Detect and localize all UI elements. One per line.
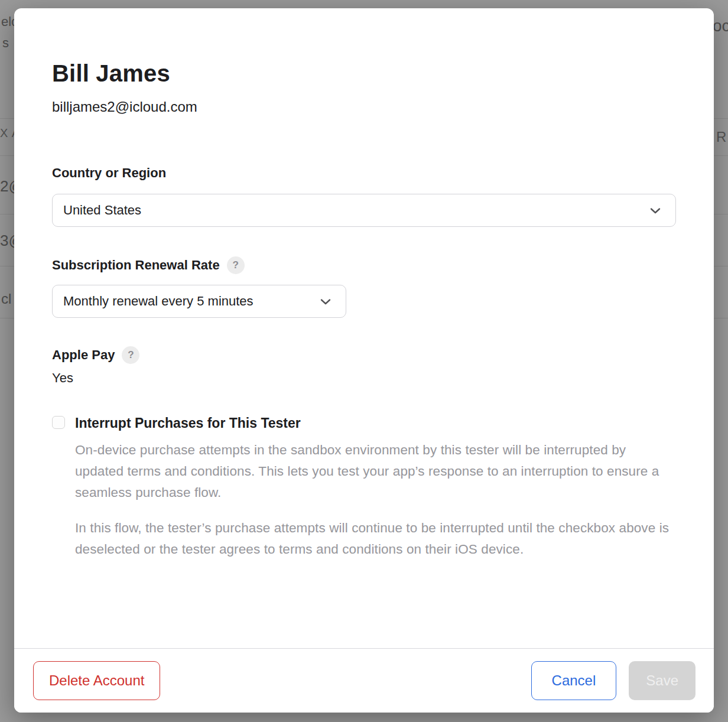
renewal-rate-select[interactable]: Monthly renewal every 5 minutes — [52, 285, 346, 318]
renewal-rate-value: Monthly renewal every 5 minutes — [63, 294, 318, 309]
apple-pay-help-icon[interactable]: ? — [122, 346, 139, 364]
cancel-button[interactable]: Cancel — [531, 661, 617, 700]
save-button[interactable]: Save — [629, 661, 696, 700]
tester-name-title: Bill James — [52, 58, 676, 89]
renewal-rate-label-text: Subscription Renewal Rate — [52, 256, 220, 274]
delete-account-button[interactable]: Delete Account — [33, 661, 160, 700]
backdrop-text-fragment: R — [716, 129, 726, 145]
country-region-value: United States — [63, 203, 648, 218]
backdrop-text-fragment: cl — [1, 291, 11, 307]
tester-email: billjames2@icloud.com — [52, 98, 676, 116]
country-region-select[interactable]: United States — [52, 194, 676, 227]
edit-tester-dialog: Bill James billjames2@icloud.com Country… — [14, 8, 714, 713]
interrupt-description-1: On-device purchase attempts in the sandb… — [75, 440, 676, 503]
backdrop-text-fragment: s — [2, 35, 9, 51]
country-region-label-text: Country or Region — [52, 164, 166, 182]
interrupt-purchases-label[interactable]: Interrupt Purchases for This Tester — [75, 415, 301, 431]
apple-pay-label: Apple Pay ? — [52, 346, 676, 364]
country-region-label: Country or Region — [52, 164, 676, 182]
apple-pay-label-text: Apple Pay — [52, 346, 115, 364]
chevron-down-icon — [318, 294, 333, 308]
interrupt-description-2: In this flow, the tester’s purchase atte… — [75, 518, 676, 560]
apple-pay-value: Yes — [52, 370, 676, 386]
dialog-footer: Delete Account Cancel Save — [14, 648, 714, 713]
interrupt-purchases-row: Interrupt Purchases for This Tester — [52, 415, 676, 431]
chevron-down-icon — [648, 203, 662, 217]
dialog-body: Bill James billjames2@icloud.com Country… — [14, 8, 714, 560]
interrupt-purchases-checkbox[interactable] — [52, 416, 65, 429]
renewal-rate-help-icon[interactable]: ? — [227, 256, 245, 274]
renewal-rate-label: Subscription Renewal Rate ? — [52, 256, 676, 274]
backdrop-text-fragment: oc — [713, 17, 728, 35]
